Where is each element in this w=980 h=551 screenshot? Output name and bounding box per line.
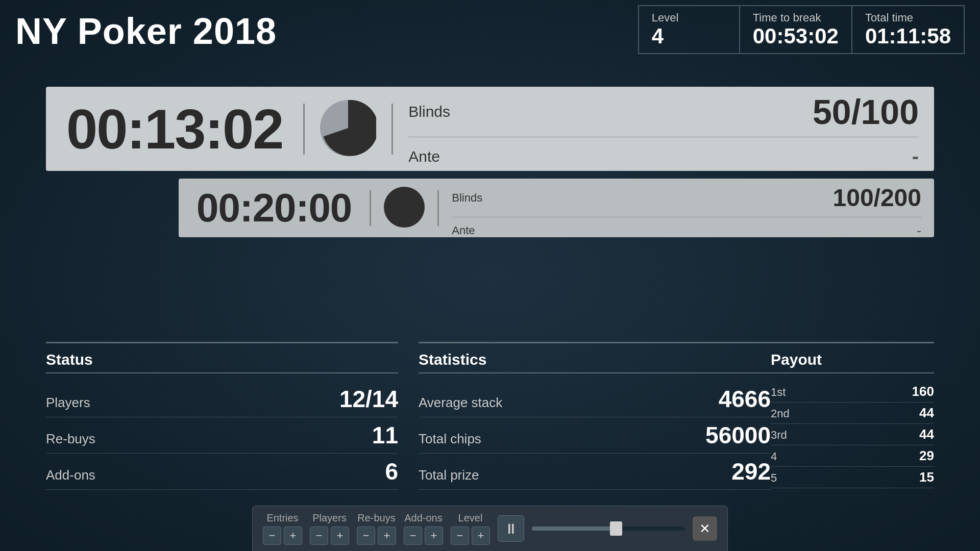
current-level-panel: 00:13:02 Blinds 50/100 Ante -	[46, 87, 934, 171]
payout-amount: 160	[912, 384, 934, 399]
addons-value: 6	[385, 458, 398, 485]
rebuys-ctrl-label: Re-buys	[357, 512, 395, 524]
payout-row: 3rd44	[771, 424, 934, 445]
rebuys-minus-btn[interactable]: −	[357, 527, 375, 545]
addons-buttons: − +	[404, 527, 443, 545]
players-plus-btn[interactable]: +	[331, 527, 349, 545]
ante-value: -	[912, 145, 919, 168]
total-prize-value: 292	[731, 458, 771, 485]
svg-point-2	[384, 187, 425, 228]
blinds-label: Blinds	[408, 103, 450, 120]
payout-place: 5	[771, 471, 777, 485]
stats-area: Status Players 12/14 Re-buys 11 Add-ons …	[46, 342, 934, 490]
play-pause-button[interactable]: ⏸	[498, 515, 524, 542]
players-buttons: − +	[310, 527, 349, 545]
statistics-title: Statistics	[419, 351, 771, 373]
avg-stack-label: Average stack	[419, 395, 502, 411]
time-to-break-value: 00:53:02	[753, 24, 839, 48]
addons-ctrl-label: Add-ons	[404, 512, 443, 524]
payout-section: Payout 1st1602nd443rd44429515	[771, 342, 934, 490]
players-value: 12/14	[339, 385, 398, 413]
avg-stack-value: 4666	[719, 385, 771, 413]
payout-title: Payout	[771, 351, 934, 373]
pie-chart-container	[305, 100, 391, 158]
next-blinds-row: Blinds 100/200	[452, 179, 921, 217]
progress-slider[interactable]	[532, 515, 685, 542]
pie-chart	[320, 100, 376, 156]
addons-plus-btn[interactable]: +	[425, 527, 443, 545]
payout-amount: 44	[919, 405, 934, 421]
rebuys-plus-btn[interactable]: +	[378, 527, 396, 545]
next-ante-label: Ante	[452, 224, 475, 237]
payout-place: 2nd	[771, 407, 790, 420]
slider-thumb[interactable]	[610, 521, 622, 536]
payout-place: 1st	[771, 386, 786, 399]
payout-amount: 29	[919, 448, 934, 464]
current-blinds-row: Blinds 50/100	[408, 87, 919, 137]
level-minus-btn[interactable]: −	[451, 527, 469, 545]
entries-buttons: − +	[263, 527, 302, 545]
total-prize-label: Total prize	[419, 467, 479, 483]
ante-label: Ante	[408, 148, 440, 165]
players-row: Players 12/14	[46, 381, 398, 417]
current-blinds-section: Blinds 50/100 Ante -	[393, 87, 934, 171]
payout-place: 4	[771, 450, 777, 463]
addons-row: Add-ons 6	[46, 454, 398, 490]
blinds-value: 50/100	[813, 94, 919, 129]
next-blinds-value: 100/200	[832, 184, 921, 212]
payout-row: 515	[771, 467, 934, 488]
statistics-section: Statistics Average stack 4666 Total chip…	[419, 342, 771, 490]
rebuys-label: Re-buys	[46, 431, 95, 447]
rebuys-buttons: − +	[357, 527, 396, 545]
players-ctrl-label: Players	[312, 512, 347, 524]
next-ante-row: Ante -	[452, 217, 921, 244]
players-minus-btn[interactable]: −	[310, 527, 328, 545]
slider-track	[532, 527, 685, 531]
total-chips-row: Total chips 56000	[419, 417, 771, 454]
total-time-label: Total time	[865, 11, 951, 24]
rebuys-value: 11	[372, 421, 398, 449]
players-control: Players − +	[310, 512, 349, 545]
status-section: Status Players 12/14 Re-buys 11 Add-ons …	[46, 342, 398, 490]
next-ante-value: -	[917, 222, 921, 239]
entries-plus-btn[interactable]: +	[284, 527, 302, 545]
payout-row: 429	[771, 445, 934, 467]
level-control: Level − +	[451, 512, 490, 545]
slider-fill	[532, 527, 616, 531]
payout-row: 2nd44	[771, 403, 934, 424]
entries-control: Entries − +	[263, 512, 302, 545]
next-blinds-section: Blinds 100/200 Ante -	[439, 179, 934, 237]
addons-label: Add-ons	[46, 467, 95, 483]
close-icon: ✕	[699, 521, 710, 537]
level-ctrl-label: Level	[458, 512, 483, 524]
pause-icon: ⏸	[504, 520, 518, 537]
payout-amount: 44	[919, 427, 934, 442]
close-button[interactable]: ✕	[693, 516, 717, 541]
total-chips-value: 56000	[705, 421, 771, 449]
top-info-bar: Level 4 Time to break 00:53:02 Total tim…	[638, 5, 965, 54]
current-ante-row: Ante -	[408, 137, 919, 176]
addons-minus-btn[interactable]: −	[404, 527, 422, 545]
time-to-break-box: Time to break 00:53:02	[740, 5, 852, 54]
current-timer: 00:13:02	[46, 96, 303, 161]
total-time-box: Total time 01:11:58	[852, 5, 965, 54]
level-box: Level 4	[638, 5, 740, 54]
level-plus-btn[interactable]: +	[472, 527, 490, 545]
level-value: 4	[652, 24, 726, 48]
rebuys-control: Re-buys − +	[357, 512, 396, 545]
next-pie-container	[371, 187, 437, 230]
payout-place: 3rd	[771, 429, 787, 442]
payout-row: 1st160	[771, 381, 934, 403]
status-title: Status	[46, 351, 398, 373]
total-chips-label: Total chips	[419, 431, 481, 447]
next-timer: 00:20:00	[179, 185, 370, 231]
rebuys-row: Re-buys 11	[46, 417, 398, 454]
entries-label: Entries	[266, 512, 298, 524]
payout-amount: 15	[919, 469, 934, 485]
next-blinds-label: Blinds	[452, 191, 482, 205]
level-label: Level	[652, 11, 726, 24]
next-level-panel: 00:20:00 Blinds 100/200 Ante -	[179, 179, 934, 237]
payout-rows: 1st1602nd443rd44429515	[771, 381, 934, 488]
control-bar: Entries − + Players − + Re-buys − +	[252, 506, 728, 551]
entries-minus-btn[interactable]: −	[263, 527, 281, 545]
